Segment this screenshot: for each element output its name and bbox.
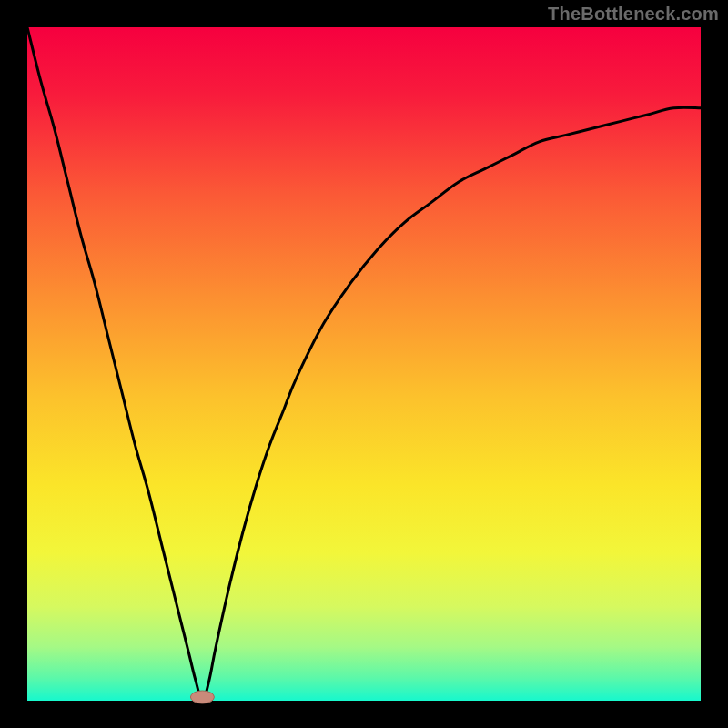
chart-frame: TheBottleneck.com	[0, 0, 728, 728]
bottleneck-chart	[0, 0, 728, 728]
plot-background	[27, 27, 701, 701]
optimum-marker	[190, 691, 214, 703]
attribution-label: TheBottleneck.com	[548, 4, 719, 25]
